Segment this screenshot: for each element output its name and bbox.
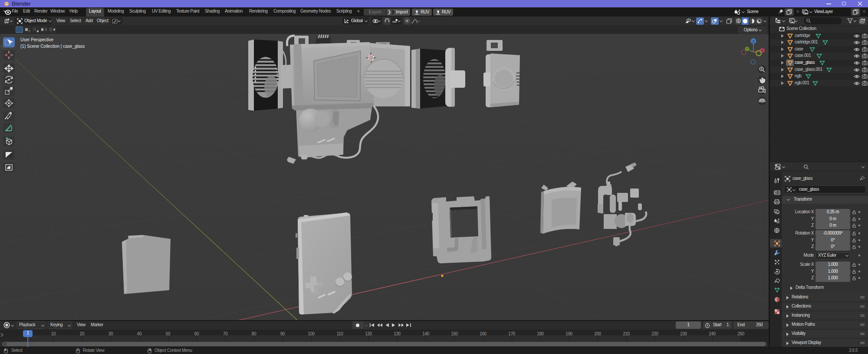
svg-text:X: X — [761, 49, 763, 52]
svg-text:Y: Y — [746, 47, 748, 50]
svg-text:Z: Z — [753, 40, 755, 43]
